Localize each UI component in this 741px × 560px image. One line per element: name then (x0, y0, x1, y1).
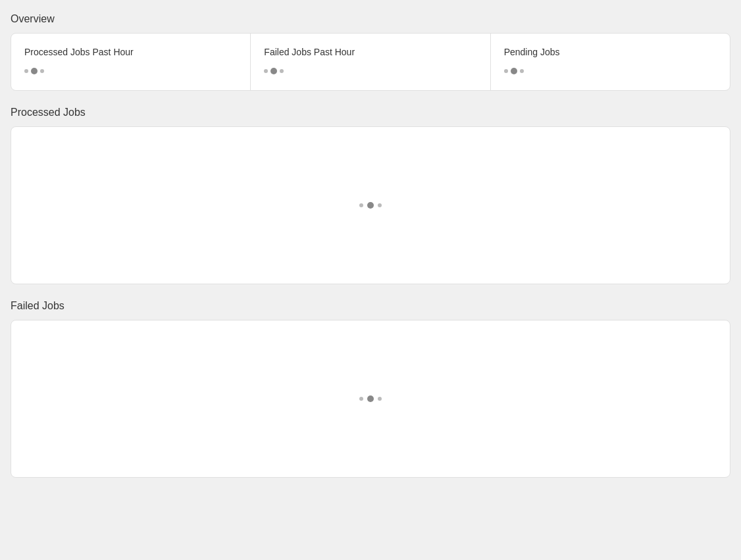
center-dot-medium-2 (367, 395, 374, 402)
processed-jobs-loading (359, 202, 382, 209)
failed-jobs-section: Failed Jobs (11, 300, 730, 478)
center-dot-medium-1 (367, 202, 374, 209)
center-dot-small-right-1 (378, 203, 382, 207)
failed-jobs-loading (359, 395, 382, 402)
dot-medium-1 (31, 68, 38, 74)
dot-small-left-2 (264, 69, 268, 73)
loading-dots-processed (24, 68, 237, 74)
dot-small-right-1 (40, 69, 44, 73)
center-dot-small-left-1 (359, 203, 363, 207)
overview-section: Overview Processed Jobs Past Hour Failed… (11, 13, 730, 91)
card-pending-jobs: Pending Jobs (491, 34, 730, 90)
processed-jobs-panel (11, 126, 730, 284)
overview-cards: Processed Jobs Past Hour Failed Jobs Pas… (11, 33, 730, 91)
dot-small-right-2 (280, 69, 284, 73)
center-dot-small-right-2 (378, 397, 382, 401)
dot-medium-3 (511, 68, 517, 74)
center-dot-small-left-2 (359, 397, 363, 401)
loading-dots-pending (504, 68, 717, 74)
loading-dots-failed (264, 68, 476, 74)
card-title-processed-jobs-past-hour: Processed Jobs Past Hour (24, 47, 237, 57)
overview-title: Overview (11, 13, 730, 25)
failed-jobs-title: Failed Jobs (11, 300, 730, 312)
dot-small-left-1 (24, 69, 28, 73)
processed-jobs-section: Processed Jobs (11, 107, 730, 284)
card-failed-jobs-past-hour: Failed Jobs Past Hour (251, 34, 490, 90)
card-title-pending-jobs: Pending Jobs (504, 47, 717, 57)
dot-small-left-3 (504, 69, 508, 73)
dot-medium-2 (270, 68, 277, 74)
dot-small-right-3 (520, 69, 524, 73)
processed-jobs-title: Processed Jobs (11, 107, 730, 118)
failed-jobs-panel (11, 320, 730, 478)
card-title-failed-jobs-past-hour: Failed Jobs Past Hour (264, 47, 476, 57)
card-processed-jobs-past-hour: Processed Jobs Past Hour (11, 34, 251, 90)
